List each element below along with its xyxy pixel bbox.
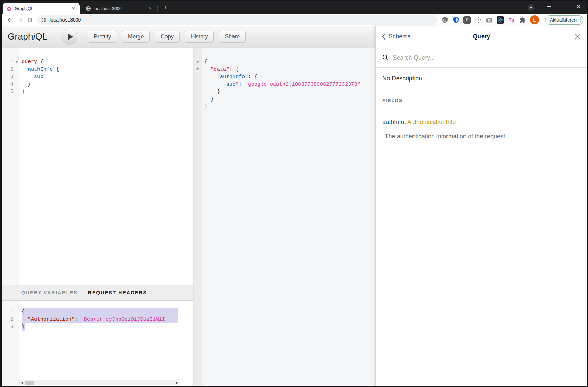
docs-title: Query: [473, 33, 491, 40]
workspace: 1 2 3 4 5 query { authInfo { sub } }: [2, 48, 375, 386]
camera-extension-icon[interactable]: [486, 16, 493, 24]
code-line[interactable]: query {: [22, 58, 182, 66]
result-line: "sub": "google-oauth2|108377380082777232…: [204, 81, 375, 88]
copy-button[interactable]: Copy: [155, 31, 179, 43]
docs-back-link[interactable]: Schema: [382, 33, 473, 40]
tab-search-button[interactable]: [528, 4, 534, 11]
divider: [378, 109, 587, 109]
docs-search-input[interactable]: [393, 54, 581, 61]
execute-query-button[interactable]: [62, 29, 77, 44]
reload-icon: [27, 17, 33, 23]
graphiql-topbar: GraphiQL Prettify Merge Copy History Sha…: [2, 26, 375, 48]
code-line[interactable]: }: [22, 88, 182, 96]
new-tab-button[interactable]: +: [161, 3, 170, 12]
globe-icon: [41, 17, 46, 23]
code-line-selected[interactable]: }: [22, 323, 182, 331]
search-icon: [382, 54, 389, 61]
tab-request-headers[interactable]: REQUEST HEADERS: [88, 290, 147, 295]
merge-button[interactable]: Merge: [122, 31, 150, 43]
code-line-selected[interactable]: {: [22, 308, 182, 316]
docs-back-label: Schema: [389, 33, 411, 40]
window-minimize-button[interactable]: [542, 1, 555, 11]
field-name-link[interactable]: authInfo: [382, 119, 404, 126]
address-bar[interactable]: localhost:3000: [37, 15, 438, 25]
line-number: 2: [2, 316, 14, 324]
history-button[interactable]: History: [185, 31, 214, 43]
close-icon: [576, 4, 581, 9]
bitwarden-extension-icon[interactable]: [452, 16, 460, 24]
scroll-right-icon[interactable]: [176, 381, 178, 384]
chevron-left-icon: [382, 34, 386, 40]
request-headers-editor[interactable]: 1 2 3 { "Authorization": "Bearer eyJhbGc…: [2, 301, 193, 386]
line-number: 3: [2, 323, 14, 331]
graphiql-main: GraphiQL Prettify Merge Copy History Sha…: [2, 26, 375, 386]
ublock-extension-icon[interactable]: [441, 16, 449, 24]
tab-close-icon[interactable]: ×: [70, 6, 76, 11]
tab-separator: [157, 6, 158, 11]
docs-fields-label: FIELDS: [382, 98, 581, 103]
line-number: 1: [2, 308, 14, 316]
query-editor-gutter: 1 2 3 4 5: [2, 48, 19, 285]
forward-button[interactable]: [15, 15, 25, 25]
line-number: 4: [2, 81, 14, 88]
result-line: {: [204, 58, 375, 66]
docs-no-description: No Description: [382, 75, 581, 82]
globe-icon: [86, 6, 91, 11]
scroll-left-icon[interactable]: [21, 381, 23, 384]
tab-close-icon[interactable]: ×: [147, 6, 153, 11]
window-close-button[interactable]: [571, 1, 585, 11]
scrollbar-thumb[interactable]: [25, 381, 34, 385]
tab-localhost[interactable]: localhost:3000 ×: [82, 3, 156, 14]
result-fold-gutter: [193, 48, 202, 386]
field-type-link[interactable]: AuthenticationInfo: [407, 119, 456, 126]
result-line: "data": {: [204, 66, 375, 74]
extensions-puzzle-icon[interactable]: [519, 16, 526, 24]
maximize-icon: [562, 5, 565, 8]
chevron-down-icon: [530, 7, 532, 9]
kebab-menu-icon[interactable]: [580, 17, 581, 22]
update-button[interactable]: Aktualisieren: [545, 15, 583, 25]
horizontal-scrollbar[interactable]: [19, 380, 179, 385]
fold-open-icon[interactable]: [196, 68, 199, 70]
browser-toolbar: localhost:3000 P Tp L Aktualisieren: [2, 14, 587, 26]
query-code[interactable]: query { authInfo { sub } }: [19, 48, 182, 285]
tp-extension-icon[interactable]: Tp: [508, 16, 515, 24]
docs-body: No Description FIELDS authInfo: Authenti…: [376, 68, 587, 140]
tab-query-variables[interactable]: QUERY VARIABLES: [21, 290, 78, 295]
headers-editor-gutter: 1 2 3: [2, 301, 19, 386]
browser-window: GraphiQL × localhost:3000 × + localhost:…: [2, 1, 587, 386]
back-arrow-icon: [7, 17, 13, 23]
result-line: }: [204, 96, 375, 103]
fold-open-icon[interactable]: [15, 61, 18, 63]
profile-avatar[interactable]: L: [530, 15, 539, 24]
docs-close-button[interactable]: [574, 33, 581, 40]
back-button[interactable]: [5, 15, 15, 25]
line-number: 1: [2, 58, 14, 66]
headers-code[interactable]: { "Authorization": "Bearer eyJhbGciOiJSU…: [19, 301, 182, 386]
move-tool-extension-icon[interactable]: [475, 16, 482, 24]
docs-field-description: The authentication information of the re…: [382, 133, 581, 140]
prettify-button[interactable]: Prettify: [88, 31, 117, 43]
docs-field-row: authInfo: AuthenticationInfo: [382, 119, 581, 126]
result-json: { "data": { "authInfo": { "sub": "google…: [202, 48, 375, 386]
code-line[interactable]: sub: [22, 73, 182, 81]
code-line[interactable]: }: [22, 81, 182, 88]
code-line-selected[interactable]: "Authorization": "Bearer eyJhbGciOiJSUzI…: [22, 316, 182, 324]
tab-graphiql[interactable]: GraphiQL ×: [3, 3, 80, 14]
line-number: 5: [2, 88, 14, 96]
p-extension-icon[interactable]: P: [463, 16, 471, 24]
query-editor[interactable]: 1 2 3 4 5 query { authInfo { sub } }: [2, 48, 193, 285]
forward-arrow-icon: [17, 17, 23, 23]
reload-button[interactable]: [25, 15, 35, 25]
react-devtools-extension-icon[interactable]: [497, 16, 504, 24]
tab-title: GraphiQL: [15, 6, 70, 11]
tab-strip: GraphiQL × localhost:3000 × +: [2, 1, 587, 14]
editor-column: 1 2 3 4 5 query { authInfo { sub } }: [2, 48, 193, 386]
line-number: 3: [2, 73, 14, 81]
code-line[interactable]: authInfo {: [22, 66, 182, 74]
address-text: localhost:3000: [50, 17, 81, 23]
share-button[interactable]: Share: [219, 31, 246, 43]
window-maximize-button[interactable]: [557, 1, 571, 11]
fold-open-icon[interactable]: [196, 61, 199, 63]
secondary-editor-tabbar: QUERY VARIABLES REQUEST HEADERS: [2, 285, 193, 301]
